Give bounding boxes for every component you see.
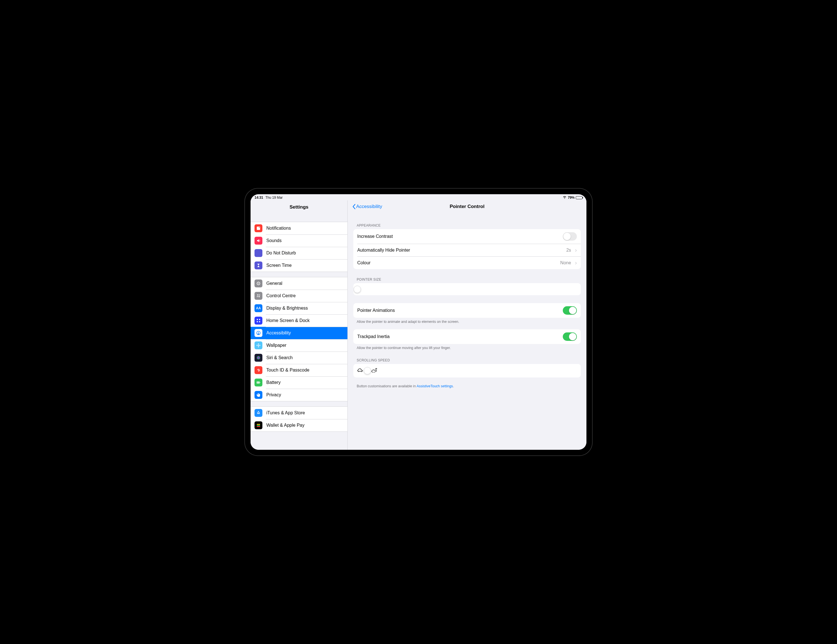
battery-icon — [576, 196, 583, 199]
sidebar-item-label: Screen Time — [266, 263, 292, 268]
gear-icon — [254, 280, 263, 287]
svg-rect-9 — [259, 319, 260, 320]
svg-rect-24 — [257, 425, 260, 426]
cell-colour[interactable]: Colour None › — [353, 256, 581, 269]
speaker-icon — [254, 237, 263, 244]
square-icon — [254, 224, 263, 232]
sidebar-item-label: Notifications — [266, 226, 291, 231]
sidebar-item-do-not-disturb[interactable]: Do Not Disturb — [251, 247, 348, 259]
svg-point-13 — [258, 332, 259, 333]
cell-pointer-size-slider[interactable] — [353, 283, 581, 295]
status-date: Thu 19 Mar — [266, 196, 283, 200]
svg-point-4 — [257, 294, 258, 295]
battery-icon — [254, 379, 263, 387]
back-label: Accessibility — [356, 204, 382, 210]
switch-increase-contrast[interactable] — [563, 232, 577, 241]
sidebar-item-screen-time[interactable]: Screen Time — [251, 259, 348, 272]
switch-trackpad-inertia[interactable] — [563, 333, 577, 341]
grid-icon — [254, 317, 263, 324]
hourglass-icon — [254, 262, 263, 269]
sidebar-item-label: iTunes & App Store — [266, 410, 305, 415]
sidebar-item-label: Touch ID & Passcode — [266, 368, 309, 373]
slider-thumb[interactable] — [364, 367, 371, 374]
svg-point-14 — [258, 345, 259, 346]
footer-animations: Allow the pointer to animate and adapt t… — [348, 318, 586, 324]
fingerprint-icon — [254, 366, 263, 374]
flower-icon — [254, 341, 263, 349]
footer-note: Button customisations are available in A… — [348, 377, 586, 388]
sidebar-item-notifications[interactable]: Notifications — [251, 222, 348, 234]
svg-rect-7 — [257, 297, 258, 297]
pointer-size-card — [353, 283, 581, 295]
animations-card: Pointer Animations — [353, 303, 581, 318]
tortoise-icon — [357, 368, 364, 374]
sidebar-item-label: Siri & Search — [266, 355, 292, 360]
sidebar-item-display-brightness[interactable]: AADisplay & Brightness — [251, 302, 348, 315]
sidebar-item-label: Wallet & Apple Pay — [266, 423, 304, 428]
svg-point-15 — [258, 343, 259, 344]
status-bar: 14:31 Thu 19 Mar 79% — [251, 194, 586, 200]
sidebar-item-accessibility[interactable]: Accessibility — [251, 327, 348, 339]
switch-pointer-animations[interactable] — [563, 306, 577, 315]
chevron-right-icon: › — [575, 259, 577, 266]
svg-point-19 — [257, 356, 260, 359]
svg-point-6 — [259, 296, 260, 297]
sidebar-item-label: Privacy — [266, 392, 281, 397]
sidebar-item-label: Display & Brightness — [266, 306, 308, 311]
sidebar-item-itunes-app-store[interactable]: iTunes & App Store — [251, 407, 348, 419]
section-header-appearance: APPEARANCE — [348, 213, 586, 229]
sidebar-item-touch-id-passcode[interactable]: Touch ID & Passcode — [251, 364, 348, 376]
battery-pct: 79% — [568, 196, 574, 200]
sidebar-item-control-centre[interactable]: Control Centre — [251, 290, 348, 302]
status-time: 14:31 — [254, 196, 263, 200]
svg-rect-25 — [257, 426, 260, 427]
sidebar-item-label: Do Not Disturb — [266, 251, 296, 256]
sidebar-item-battery[interactable]: Battery — [251, 376, 348, 389]
cell-increase-contrast[interactable]: Increase Contrast — [353, 229, 581, 244]
sidebar-item-wallet-apple-pay[interactable]: Wallet & Apple Pay — [251, 419, 348, 431]
svg-rect-5 — [258, 295, 260, 295]
svg-rect-23 — [257, 424, 260, 425]
sidebar-item-wallpaper[interactable]: Wallpaper — [251, 339, 348, 352]
back-button[interactable]: Accessibility — [352, 204, 382, 210]
svg-rect-11 — [259, 321, 260, 322]
sidebar-item-home-screen-dock[interactable]: Home Screen & Dock — [251, 315, 348, 327]
sidebar-item-label: General — [266, 281, 282, 286]
hare-icon — [371, 368, 377, 374]
sidebar-item-siri-search[interactable]: Siri & Search — [251, 352, 348, 364]
screen: 14:31 Thu 19 Mar 79% Settings Notificati… — [251, 194, 586, 450]
AA-icon: AA — [254, 304, 263, 312]
sidebar-title: Settings — [251, 200, 348, 213]
detail-title: Pointer Control — [348, 204, 586, 210]
svg-rect-22 — [257, 382, 259, 383]
svg-point-17 — [256, 345, 258, 346]
cell-trackpad-inertia[interactable]: Trackpad Inertia — [353, 329, 581, 344]
appstore-icon — [254, 409, 263, 417]
inertia-card: Trackpad Inertia — [353, 329, 581, 344]
sidebar-item-label: Sounds — [266, 238, 282, 243]
svg-point-16 — [258, 346, 259, 347]
cell-auto-hide[interactable]: Automatically Hide Pointer 2s › — [353, 244, 581, 256]
sidebar-item-general[interactable]: General — [251, 277, 348, 290]
section-header-pointer-size: POINTER SIZE — [348, 269, 586, 283]
person-icon — [254, 329, 263, 337]
assistivetouch-link[interactable]: AssistiveTouch settings — [417, 384, 453, 388]
wifi-icon — [563, 196, 567, 200]
sidebar-item-sounds[interactable]: Sounds — [251, 234, 348, 247]
sidebar-item-label: Accessibility — [266, 331, 291, 336]
svg-point-3 — [258, 283, 259, 284]
cell-scrolling-slider[interactable] — [353, 364, 581, 377]
cell-pointer-animations[interactable]: Pointer Animations — [353, 303, 581, 318]
sidebar-item-privacy[interactable]: Privacy — [251, 389, 348, 401]
svg-rect-10 — [257, 321, 258, 322]
slider-thumb[interactable] — [354, 286, 361, 293]
hand-icon — [254, 391, 263, 399]
siri-icon — [254, 354, 263, 362]
scrolling-card — [353, 364, 581, 377]
sidebar-item-label: Home Screen & Dock — [266, 318, 310, 323]
svg-rect-21 — [260, 382, 261, 383]
footer-inertia: Allow the pointer to continue moving aft… — [348, 344, 586, 350]
moon-icon — [254, 249, 263, 257]
sidebar-item-label: Control Centre — [266, 293, 295, 298]
detail-panel: Accessibility Pointer Control APPEARANCE… — [348, 200, 586, 450]
